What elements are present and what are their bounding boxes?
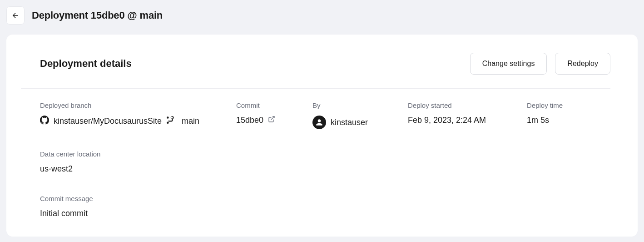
external-link-icon[interactable] (268, 116, 275, 125)
branch-icon (166, 116, 174, 126)
deployment-details-card: Deployment details Change settings Redep… (6, 35, 638, 237)
section-title: Deployment details (40, 58, 132, 70)
field-deploy-started: Deploy started Feb 9, 2023, 2:24 AM (408, 101, 527, 129)
field-deployed-branch: Deployed branch kinstauser/MyDocusaurusS… (40, 101, 236, 129)
redeploy-button[interactable]: Redeploy (555, 53, 610, 75)
field-deploy-time: Deploy time 1m 5s (527, 101, 610, 129)
field-label: Data center location (40, 150, 100, 158)
user-name[interactable]: kinstauser (331, 118, 368, 127)
details-grid: Deployed branch kinstauser/MyDocusaurusS… (21, 101, 610, 218)
field-commit-message: Commit message Initial commit (40, 195, 93, 218)
field-label: Deployed branch (40, 101, 236, 109)
commit-message-value: Initial commit (40, 209, 93, 218)
back-button[interactable] (6, 6, 25, 25)
field-label: Commit message (40, 195, 93, 202)
field-by: By kinstauser (312, 101, 408, 129)
user-avatar (312, 116, 326, 129)
details-row-1: Deployed branch kinstauser/MyDocusaurusS… (40, 101, 610, 129)
card-header: Deployment details Change settings Redep… (21, 53, 610, 89)
field-value: kinstauser (312, 116, 408, 129)
page-title: Deployment 15dbe0 @ main (32, 10, 163, 21)
field-label: Deploy time (527, 101, 610, 109)
arrow-left-icon (11, 11, 20, 20)
deploy-started-value: Feb 9, 2023, 2:24 AM (408, 116, 527, 125)
branch-name[interactable]: main (182, 116, 199, 126)
details-row-2: Data center location us-west2 (40, 150, 610, 174)
topbar: Deployment 15dbe0 @ main (0, 0, 644, 31)
action-buttons: Change settings Redeploy (470, 53, 610, 75)
field-value: kinstauser/MyDocusaurusSite main (40, 116, 236, 127)
change-settings-button[interactable]: Change settings (470, 53, 547, 75)
field-data-center: Data center location us-west2 (40, 150, 100, 174)
field-label: By (312, 101, 408, 109)
deploy-time-value: 1m 5s (527, 116, 610, 125)
repo-name[interactable]: kinstauser/MyDocusaurusSite (54, 116, 162, 126)
field-label: Commit (236, 101, 312, 109)
field-value: 15dbe0 (236, 116, 312, 125)
github-icon (40, 116, 49, 127)
field-label: Deploy started (408, 101, 527, 109)
svg-line-1 (271, 116, 274, 120)
data-center-value: us-west2 (40, 164, 100, 174)
field-commit: Commit 15dbe0 (236, 101, 312, 129)
details-row-3: Commit message Initial commit (40, 195, 610, 218)
commit-hash[interactable]: 15dbe0 (236, 116, 263, 125)
